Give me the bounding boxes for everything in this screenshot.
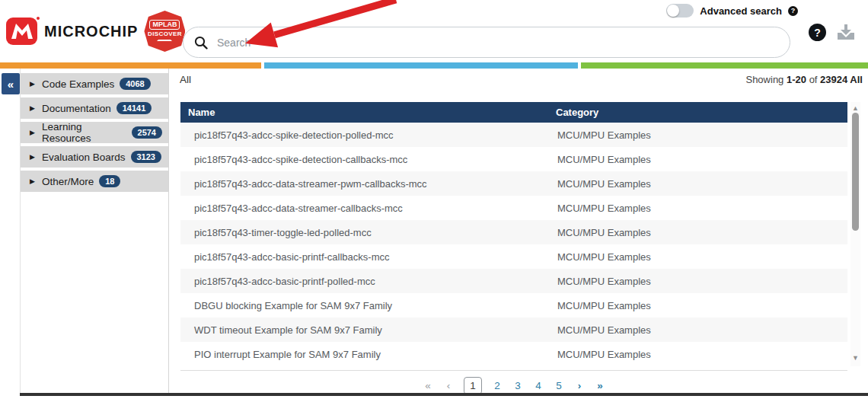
count-badge: 3123 bbox=[131, 151, 161, 163]
info-icon[interactable]: ? bbox=[788, 6, 798, 16]
results-summary: Showing 1-20 of 23924 All bbox=[745, 74, 863, 85]
toggle-knob bbox=[667, 5, 679, 17]
download-icon[interactable] bbox=[836, 24, 856, 42]
pagination-first[interactable]: « bbox=[423, 380, 433, 391]
sidebar-item[interactable]: ▶ Code Examples 4068 bbox=[21, 73, 168, 94]
sidebar-item-label: Other/More bbox=[42, 176, 94, 187]
mplab-discover-app: MICROCHIP MPLAB DISCOVER Advanced search… bbox=[0, 0, 868, 399]
row-name: DBGU blocking Example for SAM 9x7 Family bbox=[180, 300, 556, 311]
advanced-search-label: Advanced search bbox=[700, 5, 782, 17]
table-row[interactable]: pic18f57q43-adcc-basic-printf-callbacks-… bbox=[180, 244, 847, 269]
table-row[interactable]: pic18f57q43-adcc-spike-detection-polled-… bbox=[180, 123, 847, 147]
expand-arrow-icon: ▶ bbox=[30, 104, 35, 112]
row-name: pic18f57q43-adcc-spike-detection-callbac… bbox=[180, 154, 556, 165]
row-category: MCU/MPU Examples bbox=[556, 251, 847, 263]
row-category: MCU/MPU Examples bbox=[556, 203, 847, 214]
search-bar[interactable] bbox=[183, 27, 790, 58]
row-category: MCU/MPU Examples bbox=[556, 154, 847, 165]
mplab-badge-text: MPLAB bbox=[149, 20, 180, 30]
table-row[interactable]: pic18f57q43-adcc-data-streamer-callbacks… bbox=[180, 196, 847, 220]
count-badge: 18 bbox=[99, 175, 120, 187]
showing-of: of bbox=[809, 74, 818, 85]
help-button[interactable]: ? bbox=[809, 24, 826, 41]
bottom-border-bar bbox=[20, 393, 868, 396]
column-header-name[interactable]: Name bbox=[180, 107, 556, 118]
row-name: pic18f57q43-adcc-data-streamer-callbacks… bbox=[180, 203, 556, 214]
pagination-prev[interactable]: ‹ bbox=[443, 380, 454, 391]
header: MICROCHIP MPLAB DISCOVER Advanced search… bbox=[0, 0, 868, 62]
table-row[interactable]: pic18f57q43-adcc-basic-printf-polled-mcc… bbox=[180, 269, 847, 293]
table-scrollbar[interactable]: ▲ ▼ bbox=[850, 102, 860, 366]
badge-chevron-icon bbox=[157, 36, 172, 41]
sidebar-item-label: Code Examples bbox=[42, 78, 114, 90]
sidebar-item[interactable]: ▶ Other/More 18 bbox=[21, 171, 168, 192]
table-row[interactable]: pic18f57q43-adcc-spike-detection-callbac… bbox=[180, 147, 847, 171]
table-body: pic18f57q43-adcc-spike-detection-polled-… bbox=[180, 123, 847, 366]
advanced-search-control: Advanced search ? bbox=[666, 3, 798, 18]
pagination-last[interactable]: » bbox=[595, 380, 605, 391]
table-row[interactable]: pic18f57q43-timer-toggle-led-polled-mcc … bbox=[180, 220, 847, 244]
search-input[interactable] bbox=[215, 36, 779, 49]
pagination-page[interactable]: 5 bbox=[554, 380, 564, 391]
table-row[interactable]: DBGU blocking Example for SAM 9x7 Family… bbox=[180, 293, 847, 318]
row-category: MCU/MPU Examples bbox=[556, 129, 847, 141]
expand-arrow-icon: ▶ bbox=[30, 80, 35, 88]
sidebar-item[interactable]: ▶ Evaluation Boards 3123 bbox=[21, 146, 168, 168]
scroll-down-icon[interactable]: ▼ bbox=[850, 353, 860, 362]
row-category: MCU/MPU Examples bbox=[556, 276, 847, 287]
sidebar-item-label: Evaluation Boards bbox=[42, 152, 126, 163]
stripe-orange bbox=[0, 62, 261, 69]
row-category: MCU/MPU Examples bbox=[556, 300, 847, 311]
row-category: MCU/MPU Examples bbox=[556, 324, 847, 336]
filter-label: All bbox=[180, 74, 191, 85]
pagination-page[interactable]: 2 bbox=[492, 380, 503, 391]
table-row[interactable]: pic18f57q43-adcc-data-streamer-pwm-callb… bbox=[180, 171, 847, 196]
scrollbar-thumb[interactable] bbox=[852, 113, 859, 231]
table-row[interactable]: WDT timeout Example for SAM 9x7 Family M… bbox=[180, 318, 847, 342]
stripe-green bbox=[581, 62, 868, 69]
row-name: WDT timeout Example for SAM 9x7 Family bbox=[180, 324, 556, 336]
pagination-next[interactable]: › bbox=[574, 380, 585, 391]
microchip-logo-icon bbox=[6, 16, 40, 46]
scroll-up-icon[interactable]: ▲ bbox=[850, 104, 860, 113]
sidebar-item[interactable]: ▶ Documentation 14141 bbox=[21, 97, 168, 119]
microchip-logo[interactable]: MICROCHIP MPLAB DISCOVER bbox=[6, 9, 185, 53]
sidebar-item[interactable]: ▶ Learning Resources 2574 bbox=[21, 122, 168, 143]
expand-arrow-icon: ▶ bbox=[30, 153, 35, 161]
pagination-pages: 2345 bbox=[492, 380, 564, 391]
count-badge: 4068 bbox=[120, 78, 150, 90]
row-name: pic18f57q43-adcc-basic-printf-callbacks-… bbox=[180, 251, 556, 263]
showing-range: 1-20 bbox=[787, 74, 806, 85]
mplab-discover-badge: MPLAB DISCOVER bbox=[144, 11, 185, 52]
pagination-page[interactable]: 4 bbox=[533, 380, 544, 391]
expand-arrow-icon: ▶ bbox=[30, 129, 35, 136]
row-name: pic18f57q43-adcc-spike-detection-polled-… bbox=[180, 129, 556, 141]
pagination-page[interactable]: 3 bbox=[512, 380, 523, 391]
column-header-category[interactable]: Category bbox=[556, 107, 847, 118]
results-table: Name Category pic18f57q43-adcc-spike-det… bbox=[180, 102, 847, 366]
search-icon bbox=[194, 36, 208, 49]
expand-arrow-icon: ▶ bbox=[30, 177, 35, 185]
row-name: PIO interrupt Example for SAM 9x7 Family bbox=[180, 349, 556, 360]
row-name: pic18f57q43-timer-toggle-led-polled-mcc bbox=[180, 227, 556, 238]
advanced-search-toggle[interactable] bbox=[666, 4, 694, 18]
pagination-current-page[interactable]: 1 bbox=[464, 377, 482, 394]
count-badge: 2574 bbox=[132, 126, 162, 139]
row-name: pic18f57q43-adcc-basic-printf-polled-mcc bbox=[180, 276, 556, 287]
pagination-divider bbox=[180, 370, 847, 371]
brand-name: MICROCHIP bbox=[44, 23, 138, 40]
stripe-blue bbox=[264, 62, 578, 69]
table-header: Name Category bbox=[180, 102, 847, 123]
brand-stripe bbox=[0, 62, 868, 69]
sidebar-item-label: Documentation bbox=[42, 103, 111, 114]
sidebar: ▶ Code Examples 4068 ▶ Documentation 141… bbox=[20, 69, 169, 394]
row-name: pic18f57q43-adcc-data-streamer-pwm-callb… bbox=[180, 178, 556, 190]
showing-prefix: Showing bbox=[745, 74, 783, 85]
row-category: MCU/MPU Examples bbox=[556, 349, 847, 360]
row-category: MCU/MPU Examples bbox=[556, 227, 847, 238]
table-row[interactable]: PIO interrupt Example for SAM 9x7 Family… bbox=[180, 342, 847, 366]
sidebar-item-label: Learning Resources bbox=[42, 121, 126, 144]
sidebar-collapse-button[interactable]: « bbox=[2, 73, 20, 94]
count-badge: 14141 bbox=[116, 102, 152, 114]
row-category: MCU/MPU Examples bbox=[556, 178, 847, 190]
